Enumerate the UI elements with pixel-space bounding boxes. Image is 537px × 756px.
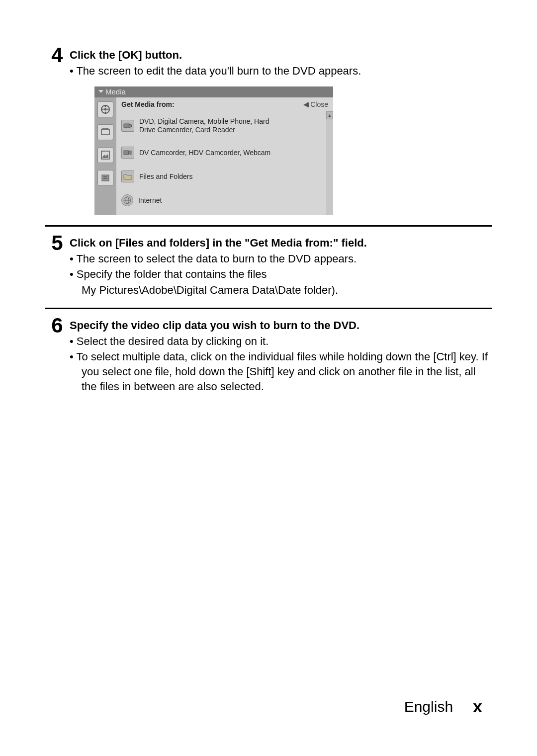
step-title: Click the [OK] button. [70,49,492,62]
section-divider [45,308,492,309]
step-body: Specify the video clip data you wish to … [70,315,492,395]
content-header: Get Media from: ◀▮ Close [116,97,333,111]
svg-rect-13 [124,151,129,155]
scroll-up-icon[interactable]: ▲ [326,111,333,119]
sidebar-button-2[interactable] [97,124,113,140]
svg-point-12 [129,124,132,127]
bullet-item: Select the desired data by clicking on i… [70,334,492,349]
media-source-item[interactable]: DVD, Digital Camera, Mobile Phone, Hard … [116,111,333,141]
item-label: Files and Folders [139,172,192,180]
svg-point-3 [107,108,109,110]
item-label: Internet [138,196,162,204]
step-bullets: The screen to select the data to burn to… [70,252,492,282]
media-source-item[interactable]: Internet [116,188,333,212]
item-label: DVD, Digital Camera, Mobile Phone, Hard … [139,117,278,135]
dropdown-triangle-icon [98,90,103,93]
bullet-item: The screen to edit the data you'll burn … [70,64,492,79]
section-divider [45,225,492,227]
footer-language: English [404,698,453,715]
panel-title: Media [105,87,126,96]
step-body: Click the [OK] button. The screen to edi… [70,45,492,80]
media-panel: Media Get Media from: [94,86,333,215]
chevron-left-icon: ◀▮ [303,101,308,108]
image-icon [100,150,110,160]
svg-point-1 [104,108,107,110]
step-number: 5 [45,233,70,253]
close-button[interactable]: ◀▮ Close [303,100,328,108]
svg-point-5 [102,108,104,110]
svg-point-2 [105,105,106,107]
step-title: Click on [Files and folders] in the "Get… [70,237,492,250]
header-label: Get Media from: [121,100,175,108]
media-source-item[interactable]: DV Camcorder, HDV Camcorder, Webcam [116,141,333,165]
camcorder-icon [121,147,134,159]
panel-content: Get Media from: ◀▮ Close DVD, Digital Ca… [116,97,333,215]
bullet-item: To select multiple data, click on the in… [70,349,492,394]
reel-icon [100,104,110,114]
scrollbar[interactable]: ▲ [326,111,333,215]
footer-page-number: x [473,697,482,716]
panel-main: Get Media from: ◀▮ Close DVD, Digital Ca… [94,97,333,215]
device-icon [121,120,134,132]
media-source-item[interactable]: Files and Folders [116,165,333,188]
sidebar-button-3[interactable] [97,147,113,163]
step-number: 4 [45,45,70,66]
folder-icon [121,170,134,182]
panel-sidebar [94,97,116,215]
bullet-subline: My Pictures\Adobe\Digital Camera Data\Da… [70,283,492,298]
text-icon [100,173,110,182]
svg-rect-6 [101,130,109,135]
step-title: Specify the video clip data you wish to … [70,319,492,332]
panel-titlebar[interactable]: Media [94,86,333,97]
step-6: 6 Specify the video clip data you wish t… [45,315,492,395]
globe-icon [121,194,133,206]
clip-icon [100,128,110,137]
svg-point-4 [105,111,106,113]
svg-rect-10 [103,178,107,179]
step-bullets: Select the desired data by clicking on i… [70,334,492,394]
step-number: 6 [45,315,70,336]
sidebar-button-1[interactable] [97,101,113,117]
bullet-item: Specify the folder that contains the fil… [70,267,492,282]
step-4: 4 Click the [OK] button. The screen to e… [45,45,492,80]
page-footer: English x [404,697,482,716]
svg-rect-9 [103,176,107,177]
bullet-item: The screen to select the data to burn to… [70,252,492,266]
step-body: Click on [Files and folders] in the "Get… [70,233,492,298]
media-source-list: DVD, Digital Camera, Mobile Phone, Hard … [116,111,333,215]
close-label: Close [310,100,328,108]
item-label: DV Camcorder, HDV Camcorder, Webcam [139,149,270,157]
step-bullets: The screen to edit the data you'll burn … [70,64,492,79]
step-5: 5 Click on [Files and folders] in the "G… [45,233,492,298]
sidebar-button-4[interactable] [97,170,113,186]
